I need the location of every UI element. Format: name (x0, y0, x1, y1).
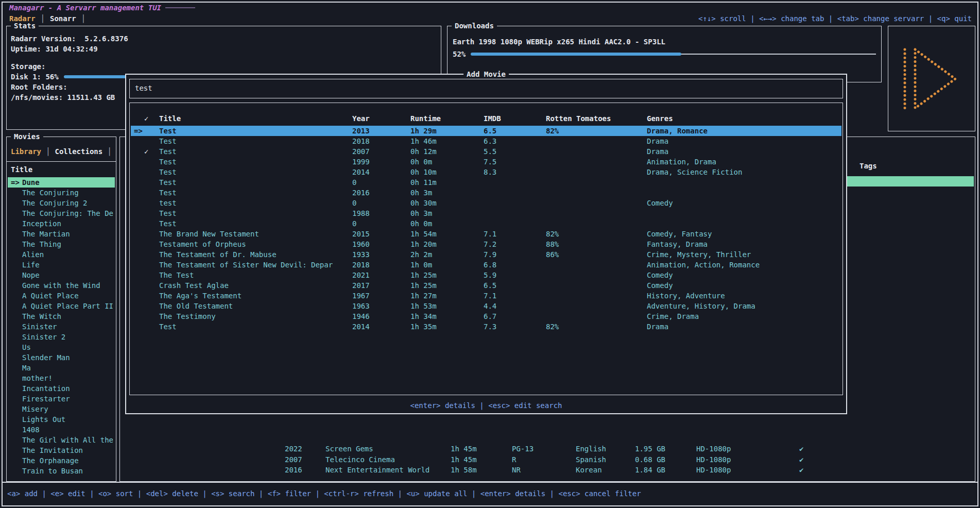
managarr-app: Managarr - A Servarr management TUI Rada… (0, 0, 980, 508)
cell-runtime: 0h 3m (410, 188, 432, 198)
search-result-row[interactable]: Test 1999 0h 0m 7.5 Animation, Drama (131, 157, 841, 167)
cell-runtime: 1h 29m (410, 126, 437, 136)
movie-item-label: A Quiet Place Part II (22, 302, 113, 310)
movie-list-item[interactable]: Train to Busan (8, 466, 115, 476)
movie-list-item[interactable]: Sinister 2 (8, 332, 115, 342)
movie-item-label: The Thing (22, 240, 61, 248)
selected-row-tags-highlight[interactable] (847, 176, 974, 187)
movie-list-item[interactable]: Slender Man (8, 352, 115, 363)
movie-list-item[interactable]: Life (8, 260, 115, 270)
library-rows: 2022 Screen Gems 1h 45m PG-13 English 1.… (120, 444, 975, 476)
movies-list: => Dune The Conjuring The Conjuring 2 Th… (7, 177, 116, 476)
movie-list-item[interactable]: Gone with the Wind (8, 280, 115, 291)
movie-list-item[interactable]: A Quiet Place Part II (8, 301, 115, 311)
movie-list-item[interactable]: Firestarter (8, 394, 115, 404)
cell-genres: Drama, Science Fiction (647, 167, 742, 177)
movie-list-item[interactable]: Incantation (8, 383, 115, 394)
movie-list-item[interactable]: Alien (8, 249, 115, 260)
search-result-row[interactable]: ✓ Test 2007 0h 12m 5.5 Drama (131, 146, 841, 157)
search-result-row[interactable]: The Testament of Dr. Mabuse 1933 2h 2m 7… (131, 249, 841, 260)
cell-language: English (576, 444, 606, 454)
movie-list-item[interactable]: The Orphanage (8, 455, 115, 466)
search-result-row[interactable]: Testament of Orpheus 1960 1h 20m 7.2 88%… (131, 239, 841, 249)
cell-genres: Crime, Mystery, Thriller (647, 249, 751, 260)
movie-search-input[interactable]: test (129, 79, 843, 98)
servarr-tabbar: Radarr │ Sonarr │ (9, 13, 85, 24)
search-result-row[interactable]: The Old Testament 1963 1h 53m 4.4 Advent… (131, 301, 841, 311)
cell-runtime: 0h 11m (410, 177, 437, 188)
movie-list-item[interactable]: 1408 (8, 425, 115, 435)
search-result-row[interactable]: The Aga's Testament 1967 1h 27m 7.1 Hist… (131, 291, 841, 301)
library-table-row[interactable]: 2016 Next Entertainment World 1h 58m NR … (120, 465, 975, 476)
search-result-row[interactable]: The Testament of Sister New Devil: Depar… (131, 260, 841, 270)
search-result-row[interactable]: Test 2014 0h 10m 8.3 Drama, Science Fict… (131, 167, 841, 177)
cell-quality-profile: HD-1080p (696, 444, 731, 454)
movie-list-item[interactable]: The Thing (8, 239, 115, 249)
library-table-row[interactable]: 2007 Telecinco Cinema 1h 45m R Spanish 0… (120, 454, 975, 465)
search-result-row[interactable]: Test 1988 0h 3m (131, 208, 841, 218)
search-result-row[interactable]: Test 2018 1h 46m 6.3 Drama (131, 136, 841, 146)
movie-list-item[interactable]: The Invitation (8, 445, 115, 455)
cell-quality-profile: HD-1080p (696, 454, 731, 465)
search-result-row[interactable]: Test 0 0h 11m (131, 177, 841, 188)
movie-list-item[interactable]: The Girl with All the (8, 435, 115, 445)
library-table-row[interactable]: 2022 Screen Gems 1h 45m PG-13 English 1.… (120, 444, 975, 454)
download-gauge (471, 49, 876, 59)
movie-list-item[interactable]: The Conjuring 2 (8, 198, 115, 208)
cell-runtime: 1h 45m (451, 444, 477, 454)
movie-list-item[interactable]: Misery (8, 404, 115, 414)
search-result-row[interactable]: Crash Test Aglae 2017 1h 25m 6.5 Comedy (131, 280, 841, 291)
cell-rating: PG-13 (512, 444, 534, 454)
cell-year: 0 (352, 218, 356, 229)
cell-imdb: 7.2 (484, 239, 496, 249)
cell-year: 2015 (352, 229, 370, 239)
cell-runtime: 1h 34m (410, 311, 437, 321)
search-result-row[interactable]: The Testimony 1946 1h 34m 6.7 Crime, Dra… (131, 311, 841, 321)
movie-list-item[interactable]: Ma (8, 363, 115, 373)
movie-list-item[interactable]: Inception (8, 218, 115, 229)
movie-list-item[interactable]: The Conjuring: The De (8, 208, 115, 218)
search-result-row[interactable]: test 0 0h 30m Comedy (131, 198, 841, 208)
search-result-row[interactable]: The Test 2021 1h 25m 5.9 Comedy (131, 270, 841, 280)
movie-list-item[interactable]: Lights Out (8, 414, 115, 425)
cell-imdb: 6.8 (484, 260, 496, 270)
popup-keybindings: <enter> details | <esc> edit search (126, 400, 846, 411)
movie-item-label: Ma (22, 364, 31, 372)
search-result-row[interactable]: => Test 2013 1h 29m 6.5 82% Drama, Roman… (131, 126, 841, 136)
download-item[interactable]: Earth 1998 1080p WEBRip x265 Hindi AAC2.… (453, 37, 876, 47)
downloads-panel-title: Downloads (452, 21, 497, 31)
search-result-row[interactable]: The Brand New Testament 2015 1h 54m 7.1 … (131, 229, 841, 239)
movie-list-item[interactable]: Us (8, 342, 115, 352)
movie-item-label: mother! (22, 374, 53, 382)
cell-size: 0.68 GB (635, 454, 665, 465)
tab-radarr[interactable]: Radarr (9, 13, 36, 24)
cell-runtime: 1h 46m (410, 136, 437, 146)
tab-collections[interactable]: Collections (55, 147, 102, 156)
cell-year: 1933 (352, 249, 370, 260)
cell-year: 1999 (352, 157, 370, 167)
movie-list-item[interactable]: The Martian (8, 229, 115, 239)
movie-list-item[interactable]: Sinister (8, 321, 115, 332)
movie-list-item[interactable]: A Quiet Place (8, 291, 115, 301)
movies-panel: Movies Library │ Collections │ Title => … (6, 137, 116, 482)
search-result-row[interactable]: Test 2014 1h 35m 7.3 82% Drama (131, 321, 841, 332)
search-result-row[interactable]: Test 0 0h 0m (131, 218, 841, 229)
search-result-row[interactable]: Test 2016 0h 3m (131, 188, 841, 198)
movie-list-item[interactable]: mother! (8, 373, 115, 383)
header-monitored: ✓ (144, 113, 148, 124)
cell-title: Test (159, 136, 177, 146)
movie-item-label: Nope (22, 271, 40, 279)
cell-imdb: 7.1 (484, 229, 496, 239)
cell-runtime: 1h 53m (410, 301, 437, 311)
cell-year: 1946 (352, 311, 370, 321)
cell-title: The Testimony (159, 311, 216, 321)
tab-library[interactable]: Library (11, 147, 41, 156)
cell-genres: Drama (647, 146, 668, 157)
movie-list-item[interactable]: => Dune (8, 177, 115, 188)
movie-list-item[interactable]: Nope (8, 270, 115, 280)
tab-sonarr[interactable]: Sonarr (50, 13, 76, 24)
movie-list-item[interactable]: The Conjuring (8, 188, 115, 198)
titlebar: Managarr - A Servarr management TUI (9, 3, 195, 13)
movie-list-item[interactable]: The Witch (8, 311, 115, 321)
storage-label: Storage: (11, 61, 437, 72)
